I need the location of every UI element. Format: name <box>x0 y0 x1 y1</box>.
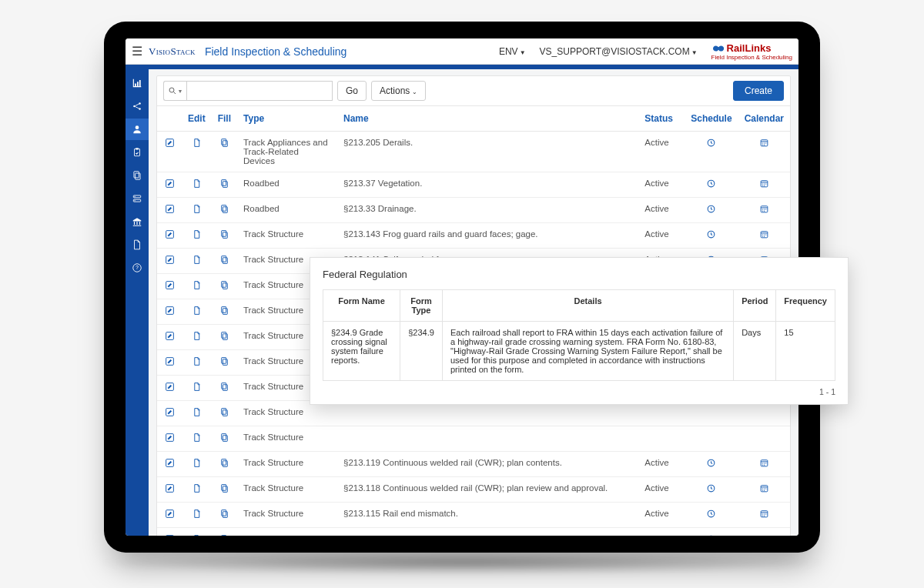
col-name[interactable]: Name <box>337 106 638 132</box>
row-fill-button[interactable] <box>219 484 229 496</box>
row-doc-button[interactable] <box>192 205 202 216</box>
svg-rect-67 <box>223 283 227 289</box>
svg-rect-85 <box>223 436 227 442</box>
row-fill-button[interactable] <box>219 205 229 216</box>
svg-rect-93 <box>765 463 766 464</box>
create-button[interactable]: Create <box>733 81 784 101</box>
row-edit-button[interactable] <box>165 509 175 521</box>
row-doc-button[interactable] <box>192 408 202 419</box>
search-icon-button[interactable]: ▼ <box>163 81 186 101</box>
row-fill-button[interactable] <box>219 383 229 394</box>
row-doc-button[interactable] <box>192 509 202 521</box>
row-calendar-button[interactable] <box>759 484 769 496</box>
row-fill-button[interactable] <box>219 281 229 292</box>
col-status[interactable]: Status <box>638 106 685 132</box>
table-row: Track Structure§213.143 Frog guard rails… <box>157 223 790 249</box>
row-fill-button[interactable] <box>219 535 229 536</box>
row-edit-button[interactable] <box>165 281 175 292</box>
row-doc-button[interactable] <box>192 230 202 242</box>
sidebar-item-gov[interactable] <box>126 211 149 232</box>
row-doc-button[interactable] <box>192 459 202 470</box>
row-calendar-button[interactable] <box>759 205 769 216</box>
sidebar-item-help[interactable]: ? <box>126 257 149 279</box>
svg-rect-32 <box>765 184 766 185</box>
row-doc-button[interactable] <box>192 139 202 150</box>
sidebar-item-copy[interactable] <box>126 165 149 186</box>
row-schedule-button[interactable] <box>706 484 716 496</box>
row-edit-button[interactable] <box>165 139 175 150</box>
go-button[interactable]: Go <box>337 81 367 101</box>
row-name: §213.119 Continuous welded rail (CWR); p… <box>337 452 638 477</box>
row-schedule-button[interactable] <box>706 535 716 536</box>
row-fill-button[interactable] <box>219 509 229 521</box>
row-doc-button[interactable] <box>192 256 202 267</box>
env-selector[interactable]: ENV▼ <box>499 46 526 57</box>
row-schedule-button[interactable] <box>706 459 716 470</box>
col-fill[interactable]: Fill <box>212 106 237 132</box>
row-schedule-button[interactable] <box>706 230 716 242</box>
row-edit-button[interactable] <box>165 306 175 318</box>
row-doc-button[interactable] <box>192 281 202 292</box>
row-fill-button[interactable] <box>219 408 229 419</box>
row-edit-button[interactable] <box>165 230 175 242</box>
row-edit-button[interactable] <box>165 484 175 496</box>
row-edit-button[interactable] <box>165 383 175 394</box>
svg-rect-75 <box>222 358 226 364</box>
row-doc-button[interactable] <box>192 179 202 191</box>
svg-rect-26 <box>222 180 226 186</box>
row-fill-button[interactable] <box>219 139 229 150</box>
row-fill-button[interactable] <box>219 179 229 191</box>
row-doc-button[interactable] <box>192 383 202 394</box>
row-schedule-button[interactable] <box>706 179 716 191</box>
row-schedule-button[interactable] <box>706 205 716 216</box>
user-menu[interactable]: VS_SUPPORT@VISIOSTACK.COM▼ <box>540 46 698 57</box>
row-edit-button[interactable] <box>165 357 175 369</box>
col-calendar[interactable]: Calendar <box>738 106 790 132</box>
row-doc-button[interactable] <box>192 433 202 445</box>
search-input[interactable] <box>186 81 333 101</box>
row-fill-button[interactable] <box>219 306 229 318</box>
row-doc-button[interactable] <box>192 484 202 496</box>
sidebar-item-clipboard[interactable] <box>126 142 149 163</box>
sidebar-item-share[interactable] <box>126 95 149 117</box>
row-calendar-button[interactable] <box>759 459 769 470</box>
row-fill-button[interactable] <box>219 230 229 242</box>
col-type[interactable]: Type <box>237 106 337 132</box>
row-edit-button[interactable] <box>165 535 175 536</box>
row-doc-button[interactable] <box>192 332 202 343</box>
row-doc-button[interactable] <box>192 357 202 369</box>
row-calendar-button[interactable] <box>759 535 769 536</box>
row-schedule-button[interactable] <box>706 509 716 521</box>
popup-form-type: §234.9 <box>400 322 443 381</box>
row-edit-button[interactable] <box>165 256 175 267</box>
row-doc-button[interactable] <box>192 535 202 536</box>
actions-button[interactable]: Actions⌄ <box>371 81 426 101</box>
row-schedule-button[interactable] <box>706 139 716 150</box>
row-fill-button[interactable] <box>219 332 229 343</box>
row-fill-button[interactable] <box>219 433 229 445</box>
row-calendar-button[interactable] <box>759 509 769 521</box>
row-edit-button[interactable] <box>165 408 175 419</box>
row-edit-button[interactable] <box>165 459 175 470</box>
sidebar-item-chart[interactable] <box>126 72 149 94</box>
row-edit-button[interactable] <box>165 332 175 343</box>
row-calendar-button[interactable] <box>759 179 769 191</box>
row-fill-button[interactable] <box>219 357 229 369</box>
row-fill-button[interactable] <box>219 459 229 470</box>
svg-point-1 <box>139 102 141 105</box>
row-edit-button[interactable] <box>165 205 175 216</box>
sidebar-item-server[interactable] <box>126 188 149 209</box>
row-calendar-button[interactable] <box>759 139 769 150</box>
infinity-icon <box>711 42 724 55</box>
row-edit-button[interactable] <box>165 179 175 191</box>
row-edit-button[interactable] <box>165 433 175 445</box>
menu-icon[interactable]: ☰ <box>132 44 142 58</box>
sidebar-item-file[interactable] <box>126 234 149 256</box>
row-doc-button[interactable] <box>192 306 202 318</box>
sidebar-item-user[interactable] <box>126 119 149 140</box>
col-edit[interactable]: Edit <box>182 106 212 132</box>
row-fill-button[interactable] <box>219 256 229 267</box>
col-schedule[interactable]: Schedule <box>685 106 738 132</box>
svg-rect-101 <box>762 489 763 489</box>
row-calendar-button[interactable] <box>759 230 769 242</box>
